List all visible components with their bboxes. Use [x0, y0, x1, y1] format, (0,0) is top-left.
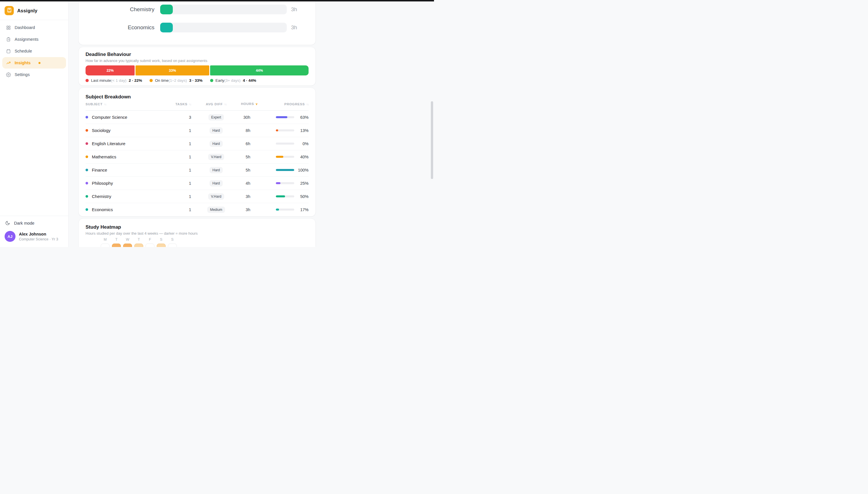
- hours-value: 3h: [238, 194, 258, 199]
- sidebar-item-schedule[interactable]: Schedule: [2, 45, 66, 57]
- legend-dot: [210, 79, 213, 82]
- table-row: Computer Science 3 Expert 30h 63%: [86, 111, 309, 124]
- sidebar-item-label: Settings: [15, 72, 30, 77]
- progress-bar: [276, 169, 294, 171]
- column-label: TASKS: [176, 102, 187, 106]
- day-label: T: [112, 238, 121, 242]
- study-hours-card: Chemistry 3h Economics 3h: [78, 1, 316, 45]
- avatar: AJ: [5, 231, 16, 242]
- sidebar-header: Assignly: [0, 1, 68, 20]
- table-row: Economics 1 Medium 3h 17%: [86, 203, 309, 216]
- difficulty-badge: Hard: [209, 140, 223, 147]
- day-label: F: [146, 238, 154, 242]
- hours-value: 4h: [238, 181, 258, 186]
- hours-bar-label: Economics: [86, 24, 160, 31]
- dark-mode-label: Dark mode: [14, 221, 34, 226]
- tasks-count: 1: [166, 155, 195, 159]
- heatmap-cell: [123, 244, 132, 247]
- progress-bar: [276, 209, 294, 211]
- subject-color-dot: [86, 155, 88, 158]
- legend-range: (3+ days): [224, 78, 241, 83]
- column-header-hours[interactable]: HOURS∨: [238, 102, 258, 106]
- progress-bar: [276, 129, 294, 131]
- table-row: Chemistry 1 V.Hard 3h 50%: [86, 190, 309, 203]
- column-label: AVG DIFF: [206, 102, 223, 106]
- sidebar-item-label: Dashboard: [15, 25, 35, 30]
- table-row: Finance 1 Hard 5h 100%: [86, 164, 309, 177]
- card-title: Deadline Behaviour: [86, 52, 309, 57]
- subject-color-dot: [86, 129, 88, 132]
- day-label: S: [157, 238, 166, 242]
- tasks-count: 1: [166, 128, 195, 133]
- progress-value: 40%: [298, 155, 309, 159]
- tasks-count: 1: [166, 194, 195, 199]
- heatmap-cell: [157, 244, 166, 247]
- legend-dot: [150, 79, 153, 82]
- insights-icon: [6, 60, 11, 65]
- sidebar: Assignly Dashboard Assignments: [0, 1, 69, 247]
- table-row: Philosophy 1 Hard 4h 25%: [86, 177, 309, 190]
- column-header-subject[interactable]: SUBJECT↑↓: [86, 102, 166, 106]
- difficulty-badge: V.Hard: [208, 154, 224, 160]
- legend-label: On time: [155, 78, 168, 83]
- tasks-count: 1: [166, 207, 195, 212]
- hours-bar-fill: [160, 23, 173, 33]
- sidebar-item-insights[interactable]: Insights: [2, 57, 66, 69]
- card-title: Study Heatmap: [86, 224, 309, 230]
- table-header-row: SUBJECT↑↓ TASKS↑↓ AVG DIFF↑↓ HOURS∨ PROG…: [86, 101, 309, 111]
- week-label: Feb 23: [86, 246, 101, 247]
- subject-name: Finance: [92, 168, 107, 172]
- legend-stat: 4 · 44%: [243, 78, 256, 83]
- sidebar-item-dashboard[interactable]: Dashboard: [2, 22, 66, 33]
- difficulty-badge: Expert: [208, 114, 224, 120]
- sidebar-item-assignments[interactable]: Assignments: [2, 34, 66, 45]
- table-row: Mathematics 1 V.Hard 5h 40%: [86, 150, 309, 164]
- column-header-avg-diff[interactable]: AVG DIFF↑↓: [195, 102, 238, 106]
- user-profile[interactable]: AJ Alex Johnson Computer Science · Yr 3: [5, 231, 64, 242]
- progress-value: 0%: [298, 141, 309, 146]
- settings-gear-icon: [6, 72, 11, 77]
- legend-item: On time (1–2 days) 3 · 33%: [150, 78, 203, 83]
- column-label: HOURS: [241, 102, 254, 106]
- dark-mode-toggle[interactable]: Dark mode: [5, 221, 64, 226]
- tasks-count: 1: [166, 181, 195, 186]
- difficulty-badge: Medium: [207, 207, 225, 213]
- progress-fill: [276, 129, 278, 131]
- deadline-behaviour-card: Deadline Behaviour How far in advance yo…: [78, 47, 316, 86]
- legend-label: Last minute: [91, 78, 111, 83]
- card-subtitle: How far in advance you typically submit …: [86, 58, 309, 63]
- subject-name: English Literature: [92, 141, 126, 146]
- assignments-icon: [6, 37, 11, 42]
- progress-value: 50%: [298, 194, 309, 199]
- sort-desc-icon: ∨: [256, 102, 258, 106]
- sidebar-item-settings[interactable]: Settings: [2, 69, 66, 80]
- stacked-bar-segment-early: 44%: [210, 65, 309, 75]
- moon-icon: [5, 221, 10, 226]
- progress-fill: [276, 156, 283, 158]
- user-name: Alex Johnson: [19, 232, 58, 236]
- subject-color-dot: [86, 169, 88, 171]
- legend-range: (< 1 day): [111, 78, 127, 83]
- hours-bar-value: 3h: [291, 24, 297, 31]
- hours-bar-row: Economics 3h: [86, 23, 309, 33]
- day-label: M: [101, 238, 110, 242]
- tasks-count: 1: [166, 168, 195, 172]
- subject-color-dot: [86, 116, 88, 118]
- vertical-scrollbar-thumb[interactable]: [431, 101, 433, 179]
- sidebar-item-label: Schedule: [15, 49, 32, 53]
- hours-value: 8h: [238, 128, 258, 133]
- column-header-tasks[interactable]: TASKS↑↓: [166, 102, 195, 106]
- progress-fill: [276, 195, 285, 197]
- hours-value: 6h: [238, 141, 258, 146]
- column-header-progress[interactable]: PROGRESS↑↓: [258, 102, 309, 106]
- heatmap-cell: [101, 244, 110, 247]
- subject-name: Mathematics: [92, 154, 116, 159]
- schedule-icon: [6, 49, 11, 54]
- sort-icon: ↑↓: [104, 103, 106, 106]
- difficulty-badge: Hard: [209, 127, 223, 134]
- sidebar-nav: Dashboard Assignments Schedule: [0, 20, 68, 81]
- progress-value: 25%: [298, 181, 309, 186]
- tasks-count: 3: [166, 115, 195, 120]
- heatmap-cells: [101, 244, 177, 247]
- hours-value: 5h: [238, 155, 258, 159]
